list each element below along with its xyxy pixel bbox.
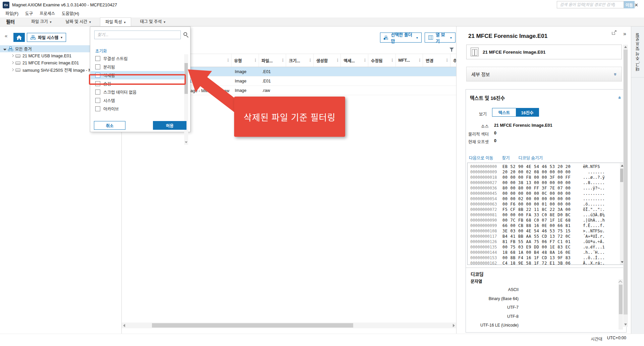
checkbox[interactable] (95, 106, 100, 111)
hex-row[interactable]: 00000000045 00 00 00 00 00 0C 00 00 00 .… (468, 191, 625, 196)
hex-row[interactable]: 00000000126 81 FB 55 AA 75 06 F7 C1 01 .… (468, 239, 625, 244)
selected-folders-button[interactable]: 선택한 폴더만 (380, 33, 422, 43)
column-view-button[interactable]: 열 보기 (425, 33, 455, 43)
column-header[interactable]: 크기...⋮ (286, 54, 314, 67)
filter-tab[interactable]: 파일 특성 (100, 17, 131, 26)
scroll-up-icon[interactable] (624, 46, 627, 48)
scroll-right-icon[interactable] (453, 324, 455, 327)
column-grip-icon[interactable]: ⋮ (335, 58, 339, 63)
hex-viewer[interactable]: 00000000000 EB 52 90 4E 54 46 53 20 20 ë… (467, 163, 626, 265)
scroll-down-icon[interactable] (624, 324, 627, 326)
hex-row[interactable]: 00000000054 00 00 02 00 00 00 00 00 00 .… (468, 196, 625, 201)
hex-row[interactable]: 00000000036 80 00 80 00 FF 3F 7E 07 00 .… (468, 185, 625, 191)
cancel-button[interactable]: 취소 (94, 121, 125, 130)
scrollbar-thumb[interactable] (619, 285, 623, 314)
search-input[interactable] (557, 1, 624, 8)
attribute-option[interactable]: 분리됨 (91, 63, 185, 71)
column-grip-icon[interactable]: ⋮ (226, 58, 230, 63)
checkbox[interactable] (95, 90, 100, 95)
panel-scrollbar[interactable] (623, 45, 628, 327)
column-grip-icon[interactable]: ⋮ (418, 58, 422, 63)
expand-arrow-icon[interactable] (3, 47, 7, 51)
hex-row[interactable]: 00000000018 00 00 00 F8 00 00 3F 00 FF .… (468, 175, 625, 180)
column-grip-icon[interactable]: ⋮ (308, 58, 312, 63)
hex-row[interactable]: 00000000063 00 F6 00 00 00 01 00 00 00 .… (468, 201, 625, 207)
tab-text[interactable]: 텍스트 (492, 108, 516, 116)
menu-item[interactable]: 도구 (22, 10, 36, 17)
collapse-panel-icon[interactable]: » (623, 31, 626, 37)
column-grip-icon[interactable]: ⋮ (363, 58, 367, 63)
filter-tab[interactable]: 날짜 및 시간 (61, 17, 96, 26)
checkbox[interactable] (95, 56, 100, 61)
hex-row[interactable]: 00000000027 00 00 38 13 00 00 00 00 00 .… (468, 180, 625, 185)
hex-ascii: .h..´H... (583, 250, 605, 255)
column-header[interactable]: 추⋮ (450, 54, 456, 67)
expand-arrow-icon[interactable] (10, 68, 15, 72)
hex-row[interactable]: 00000000162 C4 18 9E 58 1F 72 E1 3B 06 Ä… (468, 261, 625, 265)
column-grip-icon[interactable]: ⋮ (445, 58, 449, 63)
scroll-down-icon[interactable] (185, 141, 187, 143)
attribute-option[interactable]: 스크럽 데이터 없음 (91, 88, 185, 96)
hex-row[interactable]: 00000000000 EB 52 90 4E 54 46 53 20 20 ë… (468, 164, 625, 169)
home-icon (16, 35, 22, 40)
column-header[interactable]: 액세...⋮ (341, 54, 368, 67)
expand-arrow-icon[interactable] (10, 54, 15, 58)
hex-row[interactable]: 00000000099 66 00 CB 88 16 0E 00 66 81 f… (468, 223, 625, 228)
filter-tab[interactable]: 태그 및 주석 (135, 17, 170, 26)
column-header[interactable]: MFT...⋮ (396, 54, 423, 67)
folder-tree-icon (384, 36, 388, 40)
filter-tab[interactable]: 파일 크기 (26, 17, 57, 26)
hex-offset: 00000000072 (468, 207, 502, 212)
hex-row[interactable]: 00000000090 00 7C FB 68 C0 07 1F 1E 68 .… (468, 218, 625, 223)
collapse-sidebar-icon[interactable]: « (5, 33, 7, 39)
attribute-find-input[interactable] (94, 31, 181, 39)
scroll-left-icon[interactable] (123, 324, 125, 327)
view-selector-button[interactable]: 파일 시스템 (27, 33, 66, 42)
collapse-section-icon[interactable]: » (618, 95, 620, 101)
column-grip-icon[interactable]: ⋮ (281, 58, 285, 63)
column-header[interactable]: 변경⋮ (423, 54, 450, 67)
attribute-option[interactable]: 무결성 스트림 (91, 54, 185, 63)
decoding-scrollbar[interactable] (619, 279, 623, 330)
expand-section-icon[interactable]: » (612, 73, 618, 75)
attribute-option[interactable]: 시스템 (91, 96, 185, 105)
checkbox[interactable] (95, 64, 100, 69)
hex-row[interactable]: 00000000135 00 75 03 E9 DD 00 1E 83 EC .… (468, 244, 625, 250)
attribute-option[interactable]: 아카이브 (91, 105, 185, 113)
reset-link[interactable]: 초기화 (95, 48, 107, 54)
hex-row[interactable]: 00000000081 00 00 00 FA 33 C0 8E D0 BC .… (468, 212, 625, 218)
column-header[interactable]: 생성함⋮ (314, 54, 341, 67)
hex-row[interactable]: 00000000153 00 8B F4 16 1F CD 13 9F 83 .… (468, 255, 625, 261)
menu-item[interactable]: 파일(F) (2, 10, 22, 17)
horizontal-scrollbar[interactable] (122, 323, 456, 328)
evidence-card[interactable]: 21 MFCE Forensic Image.E01 (466, 45, 622, 59)
annotation-callout: 삭제된 파일 기준 필터링 (234, 97, 345, 137)
checkbox[interactable] (95, 98, 100, 103)
hex-link[interactable]: 찾기 (502, 155, 509, 161)
tab-tags-annotations[interactable]: 태그, 주석 및 프로필 (631, 26, 644, 77)
grid-filter-icon[interactable] (449, 48, 454, 52)
hex-ascii: ....ÿ?~.. (583, 185, 605, 191)
column-header[interactable]: 파일...⋮ (259, 54, 286, 67)
home-button[interactable] (13, 33, 25, 42)
hex-row[interactable]: 00000000009 20 20 00 02 08 00 00 00 00 .… (468, 169, 625, 175)
hex-link[interactable]: 다음으로 이동 (469, 155, 493, 161)
hex-row[interactable]: 00000000144 18 68 1A 00 B4 48 8A 16 0E .… (468, 250, 625, 255)
encoding-label: ASCII (467, 285, 519, 294)
hex-link[interactable]: 디코딩 숨기기 (519, 155, 543, 161)
hex-row[interactable]: 00000000117 B4 41 BB AA 55 CD 13 72 0C ´… (468, 234, 625, 239)
hex-row[interactable]: 00000000072 F5 CF 8B 22 11 8C 22 3A 00 õ… (468, 207, 625, 212)
column-grip-icon[interactable]: ⋮ (390, 58, 394, 63)
scrollbar-thumb[interactable] (624, 50, 628, 314)
expand-arrow-icon[interactable] (10, 61, 15, 65)
menu-item[interactable]: 프로세스 (36, 10, 58, 17)
details-section-header[interactable]: 세부 정보 » (466, 67, 622, 81)
menu-item[interactable]: 도움말(H) (58, 10, 83, 17)
column-grip-icon[interactable]: ⋮ (254, 58, 258, 63)
popout-icon[interactable] (612, 30, 617, 35)
tab-hex[interactable]: 16진수 (516, 108, 539, 116)
column-header[interactable]: 수정됨⋮ (368, 54, 396, 67)
hex-row[interactable]: 00000000108 3E 03 00 4E 54 46 53 75 15 >… (468, 228, 625, 234)
scrollbar-thumb[interactable] (152, 323, 353, 328)
search-go-button[interactable]: 이동 (624, 1, 635, 8)
